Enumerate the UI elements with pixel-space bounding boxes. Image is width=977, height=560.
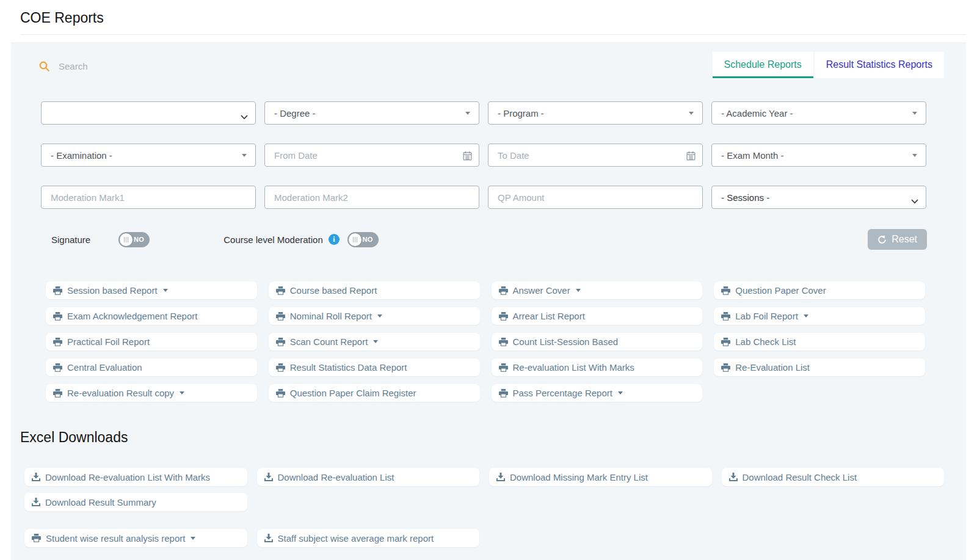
program-select[interactable]: - Program -: [488, 101, 703, 125]
caret-down-icon: [191, 537, 195, 540]
printer-icon: [721, 338, 730, 346]
tab-result-statistics-reports[interactable]: Result Statistics Reports: [815, 52, 944, 78]
printer-icon: [53, 389, 62, 398]
sessions-select[interactable]: - Sessions -: [711, 186, 926, 209]
download-icon: [496, 473, 505, 481]
examination-select[interactable]: - Examination -: [41, 144, 256, 167]
report-button[interactable]: Arrear List Report: [492, 307, 703, 325]
printer-icon: [721, 286, 730, 295]
printer-icon: [499, 389, 508, 398]
report-button[interactable]: Question Paper Cover: [714, 282, 925, 299]
report-button[interactable]: Re-Evaluation List: [714, 358, 925, 376]
toggle-knob: [349, 233, 361, 246]
program-select-value: - Program -: [498, 108, 544, 118]
caret-down-icon: [373, 340, 378, 343]
report-button-label: Course based Report: [290, 285, 377, 296]
report-button[interactable]: Exam Acknowledgement Report: [46, 307, 257, 325]
moderation-mark1-field[interactable]: [51, 192, 234, 203]
signature-toggle[interactable]: NO: [118, 232, 150, 247]
download-icon: [264, 534, 273, 542]
report-button[interactable]: Scan Count Report: [269, 333, 480, 351]
report-button-label: Scan Count Report: [290, 336, 368, 347]
printer-icon: [276, 363, 285, 372]
reports-panel: Schedule Reports Result Statistics Repor…: [11, 42, 966, 560]
report-button-label: Arrear List Report: [513, 311, 585, 321]
report-button-label: Count List-Session Based: [513, 336, 619, 347]
report-button[interactable]: Practical Foil Report: [46, 333, 257, 351]
printer-icon: [276, 312, 285, 321]
report-button[interactable]: Course based Report: [269, 282, 480, 299]
title-divider: [20, 34, 967, 35]
excel-download-button[interactable]: Download Re-evaluation List: [257, 468, 480, 486]
excel-download-button[interactable]: Download Missing Mark Entry List: [489, 468, 712, 486]
qp-amount-field[interactable]: [498, 192, 681, 203]
excel-download-button[interactable]: Download Re-evaluation List With Marks: [24, 468, 247, 486]
excel-download-button-label: Download Result Check List: [743, 472, 857, 482]
report-button[interactable]: Count List-Session Based: [492, 333, 703, 351]
academic-year-select[interactable]: - Academic Year -: [711, 101, 926, 125]
course-level-moderation-label: Course level Moderation: [223, 235, 323, 245]
reset-button[interactable]: Reset: [868, 229, 927, 250]
from-date-field-wrap: [264, 144, 479, 167]
report-button-label: Lab Check List: [735, 336, 796, 347]
report-button-label: Practical Foil Report: [67, 336, 150, 347]
exam-month-select-value: - Exam Month -: [721, 150, 784, 161]
report-button[interactable]: Pass Percentage Report: [492, 384, 703, 402]
caret-down-icon: [465, 112, 470, 115]
search-input[interactable]: [57, 60, 265, 72]
printer-icon: [276, 389, 285, 398]
rotate-ccw-icon: [877, 235, 887, 244]
calendar-icon[interactable]: [686, 151, 696, 162]
tab-schedule-reports[interactable]: Schedule Reports: [713, 52, 813, 78]
report-button[interactable]: Question Paper Claim Register: [269, 384, 480, 402]
excel-download-button[interactable]: Download Result Summary: [24, 493, 247, 511]
download-icon: [729, 473, 738, 481]
report-button[interactable]: Lab Check List: [714, 333, 925, 351]
degree-select-value: - Degree -: [274, 108, 316, 118]
from-date-field[interactable]: [274, 150, 458, 161]
caret-down-icon: [618, 391, 623, 395]
report-button[interactable]: Session based Report: [46, 282, 257, 299]
analysis-report-button[interactable]: Staff subject wise average mark report: [257, 529, 480, 547]
filter-grid: - Degree - - Program - - Academic Year -…: [41, 101, 926, 209]
download-icon: [32, 498, 40, 506]
moderation-mark2-field[interactable]: [274, 192, 458, 203]
report-button[interactable]: Re-evaluation List With Marks: [492, 358, 703, 376]
printer-icon: [499, 363, 508, 372]
qp-amount-field-wrap: [488, 186, 703, 209]
analysis-report-button[interactable]: Student wise result analysis report: [24, 529, 247, 547]
caret-down-icon: [163, 289, 168, 292]
caret-down-icon: [180, 391, 184, 395]
caret-down-icon: [576, 289, 581, 292]
excel-download-button[interactable]: Download Result Check List: [722, 468, 945, 486]
caret-down-icon: [242, 154, 247, 157]
report-button[interactable]: Re-evaluation Result copy: [46, 384, 257, 402]
report-button[interactable]: Result Statistics Data Report: [269, 358, 480, 376]
course-level-moderation-toggle[interactable]: NO: [347, 232, 379, 247]
report-button[interactable]: Central Evaluation: [46, 358, 257, 376]
printer-icon: [499, 338, 508, 346]
search-box: [39, 60, 265, 72]
report-button[interactable]: Nominal Roll Report: [269, 307, 480, 325]
report-button-label: Pass Percentage Report: [513, 388, 612, 398]
printer-icon: [499, 286, 508, 295]
report-button-label: Re-Evaluation List: [735, 362, 810, 373]
report-button[interactable]: Lab Foil Report: [714, 307, 925, 325]
printer-icon: [721, 312, 730, 321]
report-button-label: Session based Report: [67, 285, 158, 296]
report-button[interactable]: Answer Cover: [492, 282, 703, 299]
printer-icon: [499, 312, 508, 321]
degree-select[interactable]: - Degree -: [264, 101, 479, 125]
printer-icon: [32, 534, 41, 542]
excel-download-grid: Download Re-evaluation List With Marks D…: [24, 468, 944, 511]
printer-icon: [721, 363, 730, 372]
institution-select[interactable]: [41, 101, 256, 125]
chevron-down-icon: [911, 195, 918, 206]
to-date-field[interactable]: [498, 150, 681, 161]
exam-month-select[interactable]: - Exam Month -: [711, 144, 926, 167]
download-icon: [32, 473, 40, 481]
report-button-label: Nominal Roll Report: [290, 311, 372, 321]
page-title: COE Reports: [20, 10, 977, 26]
info-circle-icon[interactable]: [329, 234, 340, 245]
calendar-icon[interactable]: [463, 151, 472, 162]
